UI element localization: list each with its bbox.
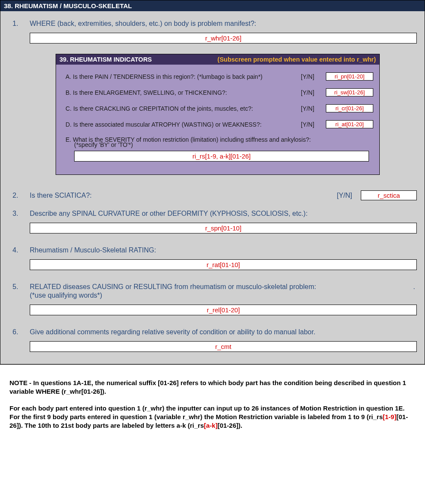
footnote-2-part1: For each body part entered into question… (9, 404, 405, 420)
subscreen-header: 39. RHEUMATISM INDICATORS (Subscreen pro… (56, 54, 379, 65)
indicator-e: E. What is the SEVERITY of motion restri… (66, 136, 373, 162)
indicator-c: C. Is there CRACKLING or CREPITATION of … (66, 104, 373, 112)
indicator-d-label: D. Is there associated muscular ATROPHY … (66, 121, 297, 128)
question-3: 3. Describe any SPINAL CURVATURE or othe… (8, 210, 417, 244)
subscreen-title: 39. RHEUMATISM INDICATORS (59, 56, 152, 63)
indicator-a-field[interactable]: ri_pn[01-20] (326, 72, 373, 81)
footnote-1: NOTE - In questions 1A-1E, the numerical… (9, 379, 416, 396)
q5-label-row: RELATED diseases CAUSING or RESULTING fr… (30, 283, 417, 291)
indicator-a: A. Is there PAIN / TENDERNESS in this re… (66, 72, 373, 81)
indicator-a-label: A. Is there PAIN / TENDERNESS in this re… (66, 73, 297, 80)
subscreen-39: 39. RHEUMATISM INDICATORS (Subscreen pro… (56, 54, 380, 175)
q3-answer-field[interactable]: r_spn[01-10] (30, 223, 417, 233)
indicator-c-yn: [Y/N] (301, 105, 322, 112)
q5-dot: . (413, 283, 417, 291)
section-content: 1. WHERE (back, extremities, shoulders, … (0, 11, 425, 364)
q3-label: Describe any SPINAL CURVATURE or other D… (30, 210, 417, 218)
q1-label: WHERE (back, extremities, shoulders, etc… (30, 20, 417, 28)
q4-answer-field[interactable]: r_rat[01-10] (30, 259, 417, 270)
indicator-d-field[interactable]: ri_at[01-20] (326, 120, 373, 128)
question-2: 2. Is there SCIATICA?: [Y/N] r_sctica (8, 190, 417, 200)
indicator-b-field[interactable]: ri_sw[01-26] (326, 88, 373, 96)
question-5: 5. RELATED diseases CAUSING or RESULTING… (8, 283, 417, 326)
q6-number: 6. (8, 328, 30, 352)
indicator-b-label: B. Is there ENLARGEMENT, SWELLING, or TH… (66, 89, 297, 96)
q1-number: 1. (8, 20, 30, 188)
q6-label: Give additional comments regarding relat… (30, 328, 417, 336)
q2-number: 2. (8, 192, 30, 199)
indicator-e-field[interactable]: ri_rs[1-9, a-k][01-26] (74, 151, 369, 162)
indicator-b: B. Is there ENLARGEMENT, SWELLING, or TH… (66, 88, 373, 96)
indicator-c-field[interactable]: ri_cr[01-26] (326, 104, 373, 112)
footnote-2-red2: [a-k] (204, 422, 218, 429)
subscreen-body: A. Is there PAIN / TENDERNESS in this re… (56, 65, 379, 174)
footnote-2-red1: [1-9] (383, 413, 397, 420)
q5-answer-field[interactable]: r_rel[01-20] (30, 305, 417, 315)
subscreen-subtitle: (Subscreen prompted when value entered i… (218, 56, 376, 63)
q4-label: Rheumatism / Musculo-Skeletal RATING: (30, 246, 417, 254)
q2-answer-field[interactable]: r_sctica (361, 190, 417, 200)
indicator-d: D. Is there associated muscular ATROPHY … (66, 120, 373, 128)
indicator-b-yn: [Y/N] (301, 89, 322, 96)
q3-number: 3. (8, 210, 30, 244)
section-header: 38. RHEUMATISM / MUSCULO-SKELETAL (0, 0, 425, 11)
q5-label: RELATED diseases CAUSING or RESULTING fr… (30, 283, 316, 291)
question-6: 6. Give additional comments regarding re… (8, 328, 417, 352)
indicator-d-yn: [Y/N] (301, 121, 322, 128)
question-1: 1. WHERE (back, extremities, shoulders, … (8, 20, 417, 188)
footnote-block: NOTE - In questions 1A-1E, the numerical… (0, 365, 425, 442)
q2-yn: [Y/N] (337, 192, 352, 199)
q5-note: (*use qualifying words*) (30, 292, 417, 299)
q4-number: 4. (8, 246, 30, 280)
form-section-38: 38. RHEUMATISM / MUSCULO-SKELETAL 1. WHE… (0, 0, 425, 364)
footnote-2-part3: [01-26]). (218, 422, 243, 429)
q6-answer-field[interactable]: r_cmt (30, 341, 417, 352)
q2-label: Is there SCIATICA?: (30, 192, 337, 199)
q5-number: 5. (8, 283, 30, 326)
q1-answer-field[interactable]: r_whr[01-26] (30, 33, 417, 44)
question-4: 4. Rheumatism / Musculo-Skeletal RATING:… (8, 246, 417, 280)
footnote-2: For each body part entered into question… (9, 404, 416, 430)
indicator-c-label: C. Is there CRACKLING or CREPITATION of … (66, 105, 297, 112)
indicator-a-yn: [Y/N] (301, 73, 322, 80)
